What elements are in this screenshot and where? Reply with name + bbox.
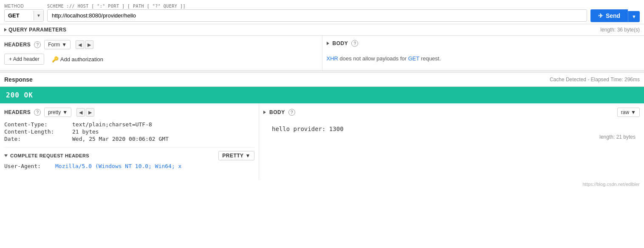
raw-label: raw <box>621 109 629 115</box>
method-select-wrapper: GET POST PUT DELETE ▼ <box>4 9 44 22</box>
complete-request-pretty-dropdown[interactable]: pretty ▼ <box>218 151 254 160</box>
body-message: XHR does not allow payloads for GET requ… <box>327 51 640 66</box>
add-header-label: + Add header <box>9 56 40 62</box>
body-toggle-icon[interactable] <box>327 42 329 45</box>
body-title: BODY <box>333 40 348 46</box>
get-link[interactable]: GET <box>408 55 420 62</box>
send-icon: ✈ <box>598 12 603 19</box>
method-select[interactable]: GET POST PUT DELETE <box>5 10 34 21</box>
send-dropdown-button[interactable]: ▼ <box>628 11 640 22</box>
status-bar: 200 OK <box>0 87 644 103</box>
content-type-value: text/plain;charset=UTF-8 <box>72 121 254 128</box>
response-header-content-type: Content-Type: text/plain;charset=UTF-8 C… <box>4 121 254 142</box>
complete-pretty-arrow: ▼ <box>246 153 251 159</box>
nav-right-arrow[interactable]: ▶ <box>85 40 93 49</box>
resp-headers-panel-header: HEADERS ? pretty ▼ ◀ ▶ <box>4 108 254 117</box>
complete-request-toggle[interactable]: COMPLETE REQUEST HEADERS pretty ▼ <box>4 147 254 160</box>
add-authorization-button[interactable]: 🔑 Add authorization <box>48 54 107 65</box>
response-panels-row: HEADERS ? pretty ▼ ◀ ▶ Content-Type: tex… <box>0 103 644 180</box>
body-message-text: does not allow payloads for <box>338 55 408 62</box>
user-agent-value: Mozilla/5.0 (Windows NT 10.0; Win64; x <box>55 163 254 169</box>
body-help-icon[interactable]: ? <box>351 40 358 47</box>
xhr-link[interactable]: XHR <box>327 55 338 62</box>
elapsed-info: Cache Detected - Elapsed Time: 296ms <box>550 77 640 83</box>
nav-arrows: ◀ ▶ <box>76 40 93 49</box>
pretty-label: pretty <box>48 109 61 115</box>
url-section: SCHEME :// HOST [ ":" PORT ] [ PATH [ "?… <box>47 4 587 22</box>
url-length-info: length: 36 byte(s) <box>600 27 640 33</box>
date-key: Date: <box>4 136 72 142</box>
query-params-chevron-icon <box>4 28 7 31</box>
method-dropdown-button[interactable]: ▼ <box>34 11 43 20</box>
pretty-dropdown-arrow: ▼ <box>62 109 68 115</box>
key-icon: 🔑 <box>52 56 59 63</box>
query-params-row: QUERY PARAMETERS length: 36 byte(s) <box>0 24 644 36</box>
status-text: OK <box>24 91 33 99</box>
raw-dropdown-arrow: ▼ <box>631 109 636 115</box>
add-header-button[interactable]: + Add header <box>4 54 44 65</box>
url-label: SCHEME :// HOST [ ":" PORT ] [ PATH [ "?… <box>47 4 587 9</box>
form-dropdown-arrow: ▼ <box>62 42 67 48</box>
response-body-length: length: 21 bytes <box>263 132 640 142</box>
body-panel-header: BODY ? <box>327 40 640 47</box>
request-panels-row: HEADERS ? Form ▼ ◀ ▶ + Add header 🔑 Add … <box>0 36 644 70</box>
status-code: 200 <box>6 91 20 99</box>
request-body-panel: BODY ? XHR does not allow payloads for G… <box>322 36 644 70</box>
response-body-content: hello provider: 1300 <box>263 121 640 132</box>
method-label: METHOD <box>4 4 44 9</box>
add-auth-label: Add authorization <box>60 56 103 63</box>
resp-headers-help-icon[interactable]: ? <box>34 109 41 116</box>
send-button[interactable]: ✈ Send <box>590 9 628 22</box>
complete-request-chevron-icon <box>4 154 8 157</box>
resp-nav-left-arrow[interactable]: ◀ <box>76 108 85 117</box>
response-headers-panel: HEADERS ? pretty ▼ ◀ ▶ Content-Type: tex… <box>0 103 259 180</box>
watermark: https://blog.csdn.net/edlbler <box>0 180 644 188</box>
form-dropdown[interactable]: Form ▼ <box>44 40 71 49</box>
content-length-key: Content-Length: <box>4 128 72 135</box>
url-input[interactable] <box>47 9 587 22</box>
response-body-panel: BODY ? raw ▼ hello provider: 1300 length… <box>259 103 644 180</box>
headers-help-icon[interactable]: ? <box>34 41 41 48</box>
pretty-dropdown[interactable]: pretty ▼ <box>44 108 71 117</box>
method-section: METHOD GET POST PUT DELETE ▼ <box>4 4 44 22</box>
resp-body-help-icon[interactable]: ? <box>288 109 295 116</box>
query-params-toggle[interactable]: QUERY PARAMETERS <box>4 27 66 33</box>
content-type-key: Content-Type: <box>4 121 72 128</box>
resp-body-panel-header: BODY ? raw ▼ <box>263 108 640 117</box>
content-length-value: 21 bytes <box>72 128 254 135</box>
user-agent-key: User-Agent: <box>4 163 55 169</box>
resp-body-title: BODY <box>269 109 285 115</box>
response-header-row: Response Cache Detected - Elapsed Time: … <box>0 73 644 87</box>
nav-left-arrow[interactable]: ◀ <box>76 40 84 49</box>
resp-nav-right-arrow[interactable]: ▶ <box>86 108 94 117</box>
complete-pretty-label: pretty <box>222 153 243 159</box>
resp-body-toggle-icon[interactable] <box>263 111 266 114</box>
complete-request-label: COMPLETE REQUEST HEADERS <box>10 153 89 158</box>
response-title: Response <box>4 76 33 83</box>
query-params-label: QUERY PARAMETERS <box>8 27 66 33</box>
request-headers-panel: HEADERS ? Form ▼ ◀ ▶ + Add header 🔑 Add … <box>0 36 322 70</box>
form-label: Form <box>48 42 60 48</box>
date-value: Wed, 25 Mar 2020 00:06:02 GMT <box>72 136 254 142</box>
user-agent-row: User-Agent: Mozilla/5.0 (Windows NT 10.0… <box>4 163 254 169</box>
send-label: Send <box>606 12 620 19</box>
request-bar: METHOD GET POST PUT DELETE ▼ SCHEME :// … <box>0 0 644 24</box>
headers-actions: + Add header 🔑 Add authorization <box>4 54 318 65</box>
headers-panel-header: HEADERS ? Form ▼ ◀ ▶ <box>4 40 318 49</box>
headers-title: HEADERS <box>4 42 31 48</box>
raw-dropdown[interactable]: raw ▼ <box>617 108 640 117</box>
send-btn-wrapper: ✈ Send ▼ <box>590 9 640 22</box>
body-suffix-text: request. <box>419 55 441 62</box>
resp-nav-arrows: ◀ ▶ <box>76 108 94 117</box>
resp-headers-title: HEADERS <box>4 109 31 115</box>
